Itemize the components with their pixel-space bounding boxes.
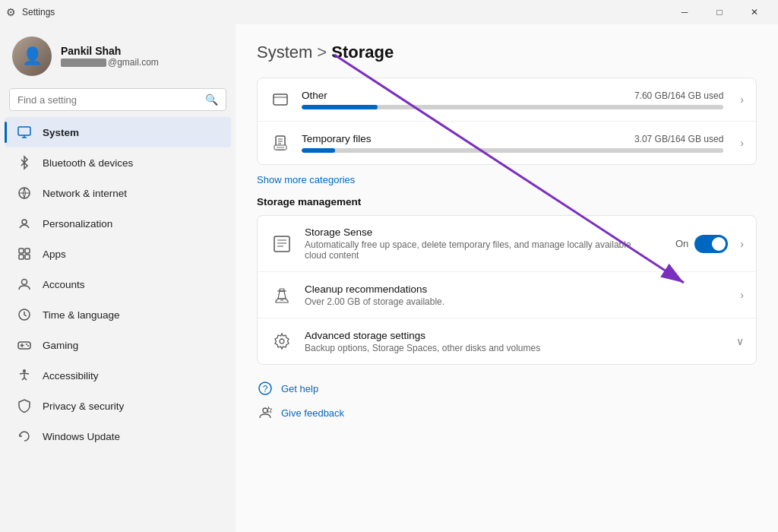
sidebar-item-label-privacy: Privacy & security [43,401,124,412]
avatar: 👤 [12,36,52,76]
svg-point-17 [23,369,26,372]
storage-items-card: Other 7.60 GB/164 GB used › [257,78,757,165]
svg-text:?: ? [263,384,268,394]
cleanup-info: Cleanup recommendations Over 2.00 GB of … [305,283,723,307]
user-section: 👤 Pankil Shah @gmail.com [0,24,236,85]
svg-rect-6 [19,249,24,253]
mgmt-item-cleanup[interactable]: Cleanup recommendations Over 2.00 GB of … [258,272,756,318]
temp-progress-fill [302,148,335,153]
user-name: Pankil Shah [61,45,159,57]
other-size: 7.60 GB/164 GB used [634,90,723,101]
svg-point-15 [26,344,27,345]
show-more-link[interactable]: Show more categories [257,174,757,185]
sidebar-item-apps[interactable]: Apps [5,239,231,269]
temp-progress-bg [302,148,723,153]
titlebar: ⚙ Settings ─ □ ✕ [0,0,778,24]
temp-name: Temporary files [302,133,372,144]
sidebar-item-bluetooth[interactable]: Bluetooth & devices [5,147,231,178]
breadcrumb-current: Storage [331,43,394,62]
search-box[interactable]: 🔍 [9,88,226,111]
sidebar-item-time[interactable]: Time & language [5,299,231,330]
user-info: Pankil Shah @gmail.com [61,45,159,68]
sidebar-item-system[interactable]: System [5,117,231,147]
apps-icon [17,246,32,261]
app-title: Settings [22,7,55,17]
personalization-icon [17,216,32,231]
temp-icon [270,132,291,154]
sidebar-item-label-gaming: Gaming [43,340,78,351]
advanced-icon [270,329,294,353]
breadcrumb-separator: > [317,43,327,62]
svg-rect-9 [25,255,30,259]
gaming-icon [17,337,32,353]
time-icon [17,307,32,322]
section-label-management: Storage management [257,196,757,207]
system-icon [17,125,32,140]
sidebar-item-network[interactable]: Network & internet [5,178,231,208]
give-feedback-label: Give feedback [281,407,344,419]
storage-sense-chevron: › [740,238,744,250]
temp-chevron: › [740,137,744,149]
svg-point-33 [280,339,284,344]
give-feedback-icon [257,404,274,421]
email-redacted [61,59,106,67]
main-content: System > Storage Other 7.60 GB/164 GB us… [236,24,778,532]
sidebar-item-label-update: Windows Update [43,431,120,442]
sidebar: 👤 Pankil Shah @gmail.com 🔍 [0,24,236,532]
storage-sense-title: Storage Sense [305,226,665,238]
sidebar-item-label-personalization: Personalization [43,218,112,230]
sidebar-item-label-accounts: Accounts [43,279,85,290]
search-input[interactable] [17,94,199,106]
search-icon: 🔍 [205,93,218,106]
cleanup-chevron: › [740,289,744,301]
give-feedback-link[interactable]: Give feedback [257,404,757,421]
close-button[interactable]: ✕ [737,0,772,24]
mgmt-item-storage-sense[interactable]: Storage Sense Automatically free up spac… [258,216,756,272]
other-chevron: › [740,93,744,106]
bluetooth-icon [17,155,32,170]
storage-sense-desc: Automatically free up space, delete temp… [305,239,654,261]
sidebar-item-privacy[interactable]: Privacy & security [5,391,231,421]
sidebar-item-label-time: Time & language [43,309,120,321]
sidebar-item-accounts[interactable]: Accounts [5,269,231,299]
network-icon [17,185,32,201]
mgmt-item-advanced[interactable]: Advanced storage settings Backup options… [258,318,756,364]
sidebar-item-label-apps: Apps [43,249,66,260]
mgmt-card: Storage Sense Automatically free up spac… [257,215,757,365]
breadcrumb: System > Storage [257,43,757,62]
storage-sense-toggle[interactable] [694,235,728,253]
cleanup-desc: Over 2.00 GB of storage available. [305,296,654,307]
other-icon [270,89,291,110]
sidebar-item-accessibility[interactable]: Accessibility [5,360,231,391]
get-help-icon: ? [257,380,274,397]
get-help-link[interactable]: ? Get help [257,380,757,397]
privacy-icon [17,398,32,413]
storage-sense-right: On › [675,235,744,253]
storage-item-other[interactable]: Other 7.60 GB/164 GB used › [258,78,756,122]
advanced-info: Advanced storage settings Backup options… [305,330,726,353]
svg-point-16 [27,345,29,347]
svg-rect-26 [274,236,289,252]
other-progress-fill [302,105,378,109]
get-help-label: Get help [281,383,318,394]
svg-point-5 [22,220,27,224]
svg-rect-8 [19,255,24,259]
breadcrumb-parent: System [257,43,312,62]
minimize-button[interactable]: ─ [667,0,702,24]
footer-links: ? Get help Give feedback [257,380,757,421]
svg-point-10 [22,280,27,285]
maximize-button[interactable]: □ [702,0,737,24]
other-progress-bg [302,105,723,109]
storage-sense-info: Storage Sense Automatically free up spac… [305,226,665,261]
storage-item-temp[interactable]: Temporary files 3.07 GB/164 GB used › [258,122,756,164]
sidebar-item-gaming[interactable]: Gaming [5,330,231,360]
advanced-title: Advanced storage settings [305,330,726,341]
sidebar-item-personalization[interactable]: Personalization [5,208,231,239]
toggle-on-label: On [675,238,688,249]
sidebar-item-update[interactable]: Windows Update [5,421,231,451]
advanced-desc: Backup options, Storage Spaces, other di… [305,343,654,353]
svg-rect-18 [274,94,287,105]
sidebar-item-label-accessibility: Accessibility [43,370,99,382]
svg-rect-0 [18,127,30,135]
cleanup-icon [270,283,294,307]
